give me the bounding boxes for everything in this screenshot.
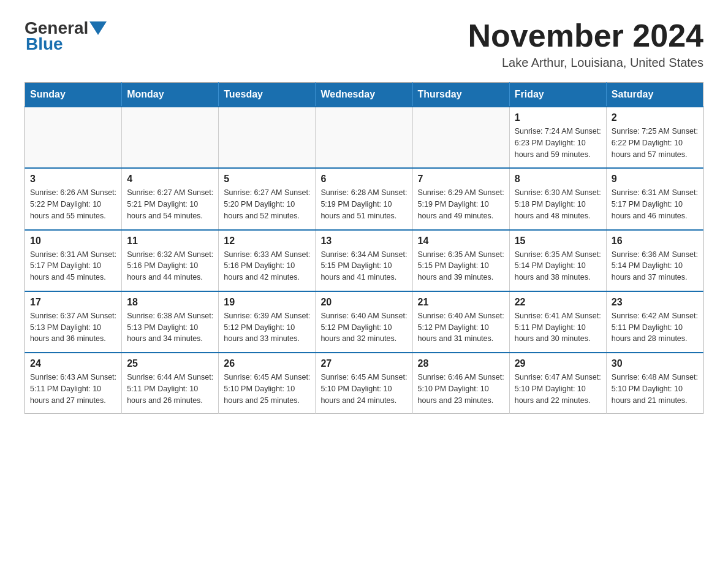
calendar-cell: 14Sunrise: 6:35 AM Sunset: 5:15 PM Dayli… bbox=[412, 230, 509, 291]
day-number: 8 bbox=[515, 174, 601, 185]
day-info: Sunrise: 6:27 AM Sunset: 5:20 PM Dayligh… bbox=[224, 187, 310, 221]
day-number: 3 bbox=[30, 174, 116, 185]
day-info: Sunrise: 6:34 AM Sunset: 5:15 PM Dayligh… bbox=[320, 249, 407, 283]
calendar-cell: 4Sunrise: 6:27 AM Sunset: 5:21 PM Daylig… bbox=[122, 168, 219, 229]
day-number: 21 bbox=[418, 297, 504, 308]
page-header: General Blue November 2024 Lake Arthur, … bbox=[25, 18, 703, 70]
calendar-cell: 11Sunrise: 6:32 AM Sunset: 5:16 PM Dayli… bbox=[122, 230, 219, 291]
day-info: Sunrise: 6:40 AM Sunset: 5:12 PM Dayligh… bbox=[418, 310, 504, 345]
day-number: 15 bbox=[515, 236, 601, 247]
calendar-cell bbox=[122, 107, 219, 168]
calendar-cell: 19Sunrise: 6:39 AM Sunset: 5:12 PM Dayli… bbox=[219, 291, 316, 353]
day-info: Sunrise: 6:28 AM Sunset: 5:19 PM Dayligh… bbox=[320, 187, 407, 221]
day-info: Sunrise: 6:46 AM Sunset: 5:10 PM Dayligh… bbox=[418, 372, 504, 406]
title-area: November 2024 Lake Arthur, Louisiana, Un… bbox=[468, 18, 703, 70]
header-cell-wednesday: Wednesday bbox=[316, 83, 412, 107]
calendar-week-4: 17Sunrise: 6:37 AM Sunset: 5:13 PM Dayli… bbox=[25, 291, 703, 353]
calendar-cell: 17Sunrise: 6:37 AM Sunset: 5:13 PM Dayli… bbox=[25, 291, 122, 353]
day-number: 2 bbox=[612, 112, 698, 123]
day-number: 14 bbox=[418, 236, 504, 247]
day-number: 4 bbox=[127, 174, 213, 185]
header-cell-saturday: Saturday bbox=[606, 83, 703, 107]
day-number: 25 bbox=[127, 358, 213, 369]
day-info: Sunrise: 6:43 AM Sunset: 5:11 PM Dayligh… bbox=[30, 372, 116, 406]
calendar-cell: 22Sunrise: 6:41 AM Sunset: 5:11 PM Dayli… bbox=[509, 291, 606, 353]
day-number: 19 bbox=[224, 297, 310, 308]
day-number: 12 bbox=[224, 236, 310, 247]
calendar-cell: 27Sunrise: 6:45 AM Sunset: 5:10 PM Dayli… bbox=[316, 353, 412, 414]
header-row: SundayMondayTuesdayWednesdayThursdayFrid… bbox=[25, 83, 703, 107]
calendar-body: 1Sunrise: 7:24 AM Sunset: 6:23 PM Daylig… bbox=[25, 107, 703, 414]
day-number: 29 bbox=[515, 358, 601, 369]
calendar-cell: 13Sunrise: 6:34 AM Sunset: 5:15 PM Dayli… bbox=[316, 230, 412, 291]
calendar-cell: 18Sunrise: 6:38 AM Sunset: 5:13 PM Dayli… bbox=[122, 291, 219, 353]
calendar-week-5: 24Sunrise: 6:43 AM Sunset: 5:11 PM Dayli… bbox=[25, 353, 703, 414]
day-info: Sunrise: 6:26 AM Sunset: 5:22 PM Dayligh… bbox=[30, 187, 116, 221]
day-number: 22 bbox=[515, 297, 601, 308]
day-number: 27 bbox=[320, 358, 407, 369]
calendar-cell: 30Sunrise: 6:48 AM Sunset: 5:10 PM Dayli… bbox=[606, 353, 703, 414]
calendar-cell: 5Sunrise: 6:27 AM Sunset: 5:20 PM Daylig… bbox=[219, 168, 316, 229]
calendar-cell: 12Sunrise: 6:33 AM Sunset: 5:16 PM Dayli… bbox=[219, 230, 316, 291]
header-cell-monday: Monday bbox=[122, 83, 219, 107]
day-info: Sunrise: 6:48 AM Sunset: 5:10 PM Dayligh… bbox=[612, 372, 698, 406]
calendar-cell: 8Sunrise: 6:30 AM Sunset: 5:18 PM Daylig… bbox=[509, 168, 606, 229]
calendar-cell: 10Sunrise: 6:31 AM Sunset: 5:17 PM Dayli… bbox=[25, 230, 122, 291]
day-info: Sunrise: 6:47 AM Sunset: 5:10 PM Dayligh… bbox=[515, 372, 601, 406]
calendar-cell: 9Sunrise: 6:31 AM Sunset: 5:17 PM Daylig… bbox=[606, 168, 703, 229]
calendar-cell: 23Sunrise: 6:42 AM Sunset: 5:11 PM Dayli… bbox=[606, 291, 703, 353]
day-number: 28 bbox=[418, 358, 504, 369]
calendar-cell: 1Sunrise: 7:24 AM Sunset: 6:23 PM Daylig… bbox=[509, 107, 606, 168]
day-info: Sunrise: 6:39 AM Sunset: 5:12 PM Dayligh… bbox=[224, 310, 310, 345]
logo: General Blue bbox=[25, 18, 108, 54]
day-number: 5 bbox=[224, 174, 310, 185]
calendar-cell: 6Sunrise: 6:28 AM Sunset: 5:19 PM Daylig… bbox=[316, 168, 412, 229]
day-number: 26 bbox=[224, 358, 310, 369]
day-number: 20 bbox=[320, 297, 407, 308]
day-info: Sunrise: 6:32 AM Sunset: 5:16 PM Dayligh… bbox=[127, 249, 213, 283]
calendar-week-3: 10Sunrise: 6:31 AM Sunset: 5:17 PM Dayli… bbox=[25, 230, 703, 291]
header-cell-friday: Friday bbox=[509, 83, 606, 107]
calendar-cell: 25Sunrise: 6:44 AM Sunset: 5:11 PM Dayli… bbox=[122, 353, 219, 414]
day-info: Sunrise: 6:33 AM Sunset: 5:16 PM Dayligh… bbox=[224, 249, 310, 283]
day-number: 1 bbox=[515, 112, 601, 123]
calendar-cell: 29Sunrise: 6:47 AM Sunset: 5:10 PM Dayli… bbox=[509, 353, 606, 414]
calendar-cell: 7Sunrise: 6:29 AM Sunset: 5:19 PM Daylig… bbox=[412, 168, 509, 229]
day-number: 18 bbox=[127, 297, 213, 308]
day-info: Sunrise: 6:44 AM Sunset: 5:11 PM Dayligh… bbox=[127, 372, 213, 406]
day-number: 24 bbox=[30, 358, 116, 369]
calendar-cell: 20Sunrise: 6:40 AM Sunset: 5:12 PM Dayli… bbox=[316, 291, 412, 353]
calendar-cell bbox=[25, 107, 122, 168]
day-info: Sunrise: 6:41 AM Sunset: 5:11 PM Dayligh… bbox=[515, 310, 601, 345]
page-subtitle: Lake Arthur, Louisiana, United States bbox=[468, 56, 703, 70]
calendar-cell: 16Sunrise: 6:36 AM Sunset: 5:14 PM Dayli… bbox=[606, 230, 703, 291]
day-info: Sunrise: 6:36 AM Sunset: 5:14 PM Dayligh… bbox=[612, 249, 698, 283]
calendar-cell: 3Sunrise: 6:26 AM Sunset: 5:22 PM Daylig… bbox=[25, 168, 122, 229]
calendar-cell bbox=[219, 107, 316, 168]
day-info: Sunrise: 7:24 AM Sunset: 6:23 PM Dayligh… bbox=[515, 126, 601, 160]
day-number: 7 bbox=[418, 174, 504, 185]
header-cell-sunday: Sunday bbox=[25, 83, 122, 107]
day-info: Sunrise: 6:35 AM Sunset: 5:15 PM Dayligh… bbox=[418, 249, 504, 283]
day-number: 13 bbox=[320, 236, 407, 247]
logo-triangle-icon bbox=[89, 21, 107, 35]
calendar-cell: 21Sunrise: 6:40 AM Sunset: 5:12 PM Dayli… bbox=[412, 291, 509, 353]
day-info: Sunrise: 6:38 AM Sunset: 5:13 PM Dayligh… bbox=[127, 310, 213, 345]
day-number: 9 bbox=[612, 174, 698, 185]
day-number: 16 bbox=[612, 236, 698, 247]
calendar-cell: 15Sunrise: 6:35 AM Sunset: 5:14 PM Dayli… bbox=[509, 230, 606, 291]
svg-marker-0 bbox=[89, 21, 107, 35]
calendar-header: SundayMondayTuesdayWednesdayThursdayFrid… bbox=[25, 83, 703, 107]
header-cell-tuesday: Tuesday bbox=[219, 83, 316, 107]
day-info: Sunrise: 6:37 AM Sunset: 5:13 PM Dayligh… bbox=[30, 310, 116, 345]
day-info: Sunrise: 7:25 AM Sunset: 6:22 PM Dayligh… bbox=[612, 126, 698, 160]
page-title: November 2024 bbox=[468, 18, 703, 53]
header-cell-thursday: Thursday bbox=[412, 83, 509, 107]
calendar-week-1: 1Sunrise: 7:24 AM Sunset: 6:23 PM Daylig… bbox=[25, 107, 703, 168]
day-number: 30 bbox=[612, 358, 698, 369]
day-info: Sunrise: 6:31 AM Sunset: 5:17 PM Dayligh… bbox=[612, 187, 698, 221]
day-number: 10 bbox=[30, 236, 116, 247]
day-number: 6 bbox=[320, 174, 407, 185]
day-info: Sunrise: 6:29 AM Sunset: 5:19 PM Dayligh… bbox=[418, 187, 504, 221]
day-info: Sunrise: 6:45 AM Sunset: 5:10 PM Dayligh… bbox=[224, 372, 310, 406]
